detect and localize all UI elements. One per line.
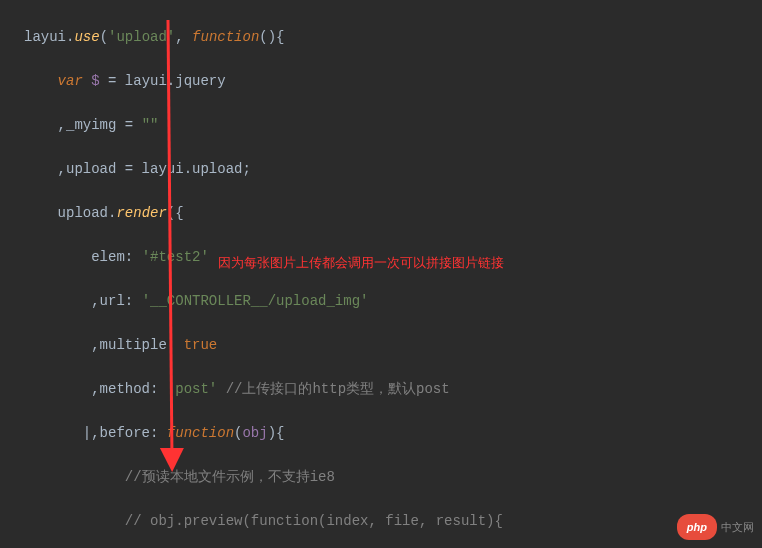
code-token bbox=[217, 381, 225, 397]
code-token: ,url: bbox=[24, 293, 142, 309]
code-token: (){ bbox=[259, 29, 284, 45]
code-token: "" bbox=[142, 117, 159, 133]
code-token: function bbox=[192, 29, 259, 45]
code-token bbox=[24, 73, 58, 89]
code-token: 'post' bbox=[167, 381, 217, 397]
code-token: // obj.preview(function(index, file, res… bbox=[125, 513, 503, 529]
code-token: ({ bbox=[167, 205, 184, 221]
code-token: ){ bbox=[268, 425, 285, 441]
code-token bbox=[83, 73, 91, 89]
code-token bbox=[24, 469, 125, 485]
code-token bbox=[24, 513, 125, 529]
code-token: elem: bbox=[24, 249, 142, 265]
code-token: upload. bbox=[24, 205, 116, 221]
code-token: = layui.jquery bbox=[100, 73, 226, 89]
watermark-text: 中文网 bbox=[721, 516, 754, 538]
code-token: var bbox=[58, 73, 83, 89]
code-token: ,upload = layui.upload; bbox=[24, 161, 251, 177]
code-token: |,before: bbox=[24, 425, 167, 441]
code-token: render bbox=[116, 205, 166, 221]
code-token: 'upload' bbox=[108, 29, 175, 45]
code-token: '#test2' bbox=[142, 249, 209, 265]
watermark-logo: php bbox=[677, 514, 717, 540]
code-token: ,method: bbox=[24, 381, 167, 397]
code-token: ,multiple: bbox=[24, 337, 184, 353]
code-token: ,_myimg = bbox=[24, 117, 142, 133]
watermark: php 中文网 bbox=[677, 514, 754, 540]
code-token: , bbox=[175, 29, 192, 45]
code-token: //预读本地文件示例，不支持ie8 bbox=[125, 469, 335, 485]
code-token: use bbox=[74, 29, 99, 45]
code-token: true bbox=[184, 337, 218, 353]
code-token: obj bbox=[242, 425, 267, 441]
code-token: function bbox=[167, 425, 234, 441]
code-token: //上传接口的http类型，默认post bbox=[226, 381, 450, 397]
code-token: '__CONTROLLER__/upload_img' bbox=[142, 293, 369, 309]
code-token: layui. bbox=[24, 29, 74, 45]
code-token: ( bbox=[100, 29, 108, 45]
code-token: $ bbox=[91, 73, 99, 89]
code-block: layui.use('upload', function(){ var $ = … bbox=[0, 0, 762, 548]
